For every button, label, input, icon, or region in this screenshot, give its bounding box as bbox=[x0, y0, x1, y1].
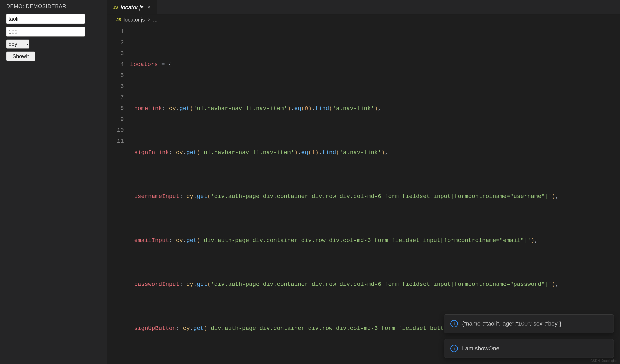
code-editor[interactable]: 1 2 3 4 5 6 7 8 9 10 11 locators = { hom… bbox=[107, 25, 620, 364]
js-file-icon: JS bbox=[116, 17, 121, 22]
breadcrumb[interactable]: JS locator.js ... bbox=[107, 15, 620, 25]
breadcrumb-rest: ... bbox=[153, 16, 158, 23]
tab-locator-js[interactable]: JS locator.js × bbox=[107, 0, 157, 14]
sex-select[interactable]: boy bbox=[6, 40, 30, 49]
code-line[interactable]: homeLink: cy.get('ul.navbar-nav li.nav-i… bbox=[130, 103, 620, 114]
info-icon: i bbox=[450, 320, 458, 327]
code-line[interactable]: passwordInput: cy.get('div.auth-page div… bbox=[130, 279, 620, 290]
line-number: 7 bbox=[107, 92, 124, 103]
code-line[interactable]: signInLink: cy.get('ul.navbar-nav li.nav… bbox=[130, 147, 620, 158]
line-gutter: 1 2 3 4 5 6 7 8 9 10 11 bbox=[107, 26, 130, 364]
line-number: 9 bbox=[107, 114, 124, 125]
code-line[interactable]: usernameInput: cy.get('div.auth-page div… bbox=[130, 191, 620, 202]
info-icon: i bbox=[450, 345, 458, 352]
line-number: 6 bbox=[107, 81, 124, 92]
watermark: CSDN @taoli-qiao bbox=[590, 359, 618, 363]
line-number: 3 bbox=[107, 48, 124, 59]
toast-info[interactable]: i I am showOne. bbox=[444, 339, 614, 358]
notification-stack: i {"name":"taoli","age":"100","sex":"boy… bbox=[444, 314, 614, 358]
code-content[interactable]: locators = { homeLink: cy.get('ul.navbar… bbox=[130, 26, 620, 364]
line-number: 5 bbox=[107, 70, 124, 81]
line-number: 11 bbox=[107, 136, 124, 147]
name-input[interactable] bbox=[6, 14, 85, 24]
line-number: 4 bbox=[107, 59, 124, 70]
showit-button[interactable]: ShowIt bbox=[6, 52, 35, 61]
js-file-icon: JS bbox=[113, 5, 118, 10]
line-number: 10 bbox=[107, 125, 124, 136]
line-number: 2 bbox=[107, 37, 124, 48]
close-icon[interactable]: × bbox=[146, 4, 151, 11]
chevron-right-icon bbox=[147, 18, 151, 21]
age-input[interactable] bbox=[6, 27, 85, 37]
code-line[interactable]: locators = { bbox=[130, 59, 620, 70]
breadcrumb-file: locator.js bbox=[124, 16, 145, 23]
editor-area: JS locator.js × JS locator.js ... 1 2 3 … bbox=[107, 0, 620, 364]
toast-message: {"name":"taoli","age":"100","sex":"boy"} bbox=[462, 320, 561, 327]
toast-message: I am showOne. bbox=[462, 345, 501, 352]
sidebar-title: DEMO: DEMOSIDEBAR bbox=[6, 3, 101, 9]
tab-file-name: locator.js bbox=[121, 4, 143, 11]
line-number: 1 bbox=[107, 26, 124, 37]
demo-sidebar: DEMO: DEMOSIDEBAR boy ShowIt bbox=[0, 0, 107, 364]
toast-info[interactable]: i {"name":"taoli","age":"100","sex":"boy… bbox=[444, 314, 614, 333]
line-number: 8 bbox=[107, 103, 124, 114]
app-root: DEMO: DEMOSIDEBAR boy ShowIt JS locator.… bbox=[0, 0, 620, 364]
tab-bar: JS locator.js × bbox=[107, 0, 620, 15]
code-line[interactable]: emailInput: cy.get('div.auth-page div.co… bbox=[130, 235, 620, 246]
